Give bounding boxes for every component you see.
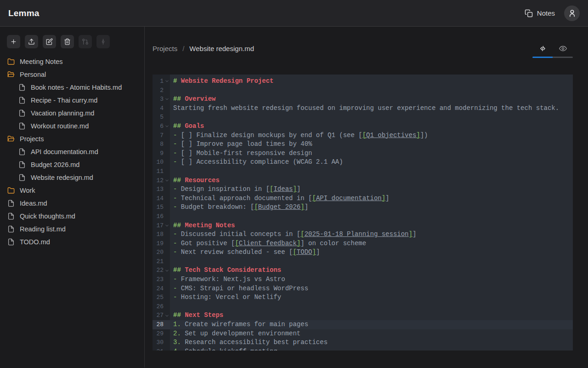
editor-line-16[interactable]: 16 bbox=[153, 212, 573, 221]
editor-line-19[interactable]: 19- Got positive [[Client feedback]] on … bbox=[153, 239, 573, 248]
line-number: 29 bbox=[153, 329, 170, 339]
tree-item-workout-routine-md[interactable]: Workout routine.md bbox=[0, 120, 144, 132]
markdown-editor[interactable]: 1# Website Redesign Project23## Overview… bbox=[153, 75, 573, 351]
editor-line-24[interactable]: 24- CMS: Strapi or headless WordPress bbox=[153, 284, 573, 293]
editor-line-17[interactable]: 17## Meeting Notes bbox=[153, 221, 573, 230]
editor-line-8[interactable]: 8- [ ] Improve page load times by 40% bbox=[153, 140, 573, 149]
tree-item-budget-2026-md[interactable]: Budget 2026.md bbox=[0, 158, 144, 171]
tree-item-label: Quick thoughts.md bbox=[20, 213, 75, 220]
fold-chevron-icon[interactable] bbox=[164, 77, 170, 86]
fold-spacer bbox=[164, 248, 170, 257]
editor-line-13[interactable]: 13- Design inspiration in [[Ideas]] bbox=[153, 185, 573, 194]
fold-spacer bbox=[164, 284, 170, 293]
delete-button[interactable] bbox=[61, 35, 74, 48]
fold-spacer bbox=[164, 302, 170, 311]
editor-line-9[interactable]: 9- [ ] Mobile-first responsive design bbox=[153, 149, 573, 158]
tree-item-label: TODO.md bbox=[20, 238, 50, 246]
editor-line-4[interactable]: 4Starting fresh website redesign focused… bbox=[153, 104, 573, 113]
editor-line-5[interactable]: 5 bbox=[153, 113, 573, 122]
plus-icon bbox=[10, 38, 17, 45]
tree-item-label: Meeting Notes bbox=[20, 58, 63, 65]
editor-line-20[interactable]: 20- Next review scheduled - see [[TODO]] bbox=[153, 248, 573, 257]
fold-chevron-icon[interactable] bbox=[164, 122, 170, 131]
tree-item-website-redesign-md[interactable]: Website redesign.md bbox=[0, 171, 144, 184]
avatar[interactable] bbox=[564, 6, 580, 21]
line-number: 4 bbox=[153, 104, 170, 113]
fold-spacer bbox=[164, 104, 170, 113]
tree-item-label: API documentation.md bbox=[31, 148, 98, 155]
tree-item-label: Website redesign.md bbox=[31, 174, 93, 181]
line-number: 6 bbox=[153, 122, 170, 131]
editor-line-28[interactable]: 281. Create wireframes for main pages bbox=[153, 320, 573, 329]
tree-item-vacation-planning-md[interactable]: Vacation planning.md bbox=[0, 107, 144, 120]
view-tab-icons bbox=[532, 44, 573, 57]
tree-item-reading-list-md[interactable]: Reading list.md bbox=[0, 223, 144, 236]
tree-item-label: Reading list.md bbox=[20, 225, 66, 233]
git-commit-button[interactable] bbox=[96, 35, 110, 48]
view-tabs bbox=[532, 44, 573, 58]
tree-item-projects[interactable]: Projects bbox=[0, 132, 144, 145]
edit-button[interactable] bbox=[43, 35, 56, 48]
tree-item-recipe-thai-curry-md[interactable]: Recipe - Thai curry.md bbox=[0, 94, 144, 107]
editor-line-15[interactable]: 15- Budget breakdown: [[Budget 2026]] bbox=[153, 203, 573, 212]
editor-line-2[interactable]: 2 bbox=[153, 86, 573, 95]
line-number: 10 bbox=[153, 158, 170, 167]
fold-spacer bbox=[164, 347, 170, 351]
editor-line-12[interactable]: 12## Resources bbox=[153, 176, 573, 185]
fold-chevron-icon[interactable] bbox=[164, 221, 170, 230]
line-number: 7 bbox=[153, 131, 170, 140]
editor-line-7[interactable]: 7- [ ] Finalize design mockups by end of… bbox=[153, 131, 573, 140]
sidebar: Meeting NotesPersonalBook notes - Atomic… bbox=[0, 27, 145, 368]
editor-line-27[interactable]: 27## Next Steps bbox=[153, 311, 573, 320]
tab-preview[interactable] bbox=[553, 44, 573, 57]
tree-item-ideas-md[interactable]: Ideas.md bbox=[0, 197, 144, 210]
tree-item-todo-md[interactable]: TODO.md bbox=[0, 236, 144, 248]
editor-line-10[interactable]: 10- [ ] Accessibility compliance (WCAG 2… bbox=[153, 158, 573, 167]
tree-item-book-notes-atomic-habits-md[interactable]: Book notes - Atomic Habits.md bbox=[0, 81, 144, 94]
fold-spacer bbox=[164, 194, 170, 203]
editor-line-26[interactable]: 26 bbox=[153, 302, 573, 311]
editor-line-23[interactable]: 23- Framework: Next.js vs Astro bbox=[153, 275, 573, 284]
tree-item-api-documentation-md[interactable]: API documentation.md bbox=[0, 145, 144, 158]
tree-item-quick-thoughts-md[interactable]: Quick thoughts.md bbox=[0, 210, 144, 223]
editor-line-29[interactable]: 292. Set up development environment bbox=[153, 329, 573, 339]
editor-line-1[interactable]: 1# Website Redesign Project bbox=[153, 77, 573, 86]
tree-item-personal[interactable]: Personal bbox=[0, 68, 144, 81]
line-number: 24 bbox=[153, 284, 170, 293]
upload-button[interactable] bbox=[25, 35, 38, 48]
fold-chevron-icon[interactable] bbox=[164, 176, 170, 185]
tree-item-label: Book notes - Atomic Habits.md bbox=[31, 84, 122, 91]
tree-item-work[interactable]: Work bbox=[0, 184, 144, 197]
file-icon bbox=[7, 213, 15, 220]
tree-item-meeting-notes[interactable]: Meeting Notes bbox=[0, 55, 144, 68]
line-number: 14 bbox=[153, 194, 170, 203]
editor-line-31[interactable]: 314. Schedule kickoff meeting bbox=[153, 347, 573, 351]
edit-icon bbox=[46, 38, 53, 45]
line-number: 27 bbox=[153, 311, 170, 320]
new-note-button[interactable] bbox=[7, 35, 20, 48]
editor-line-22[interactable]: 22## Tech Stack Considerations bbox=[153, 266, 573, 275]
user-icon bbox=[568, 9, 577, 17]
editor-line-18[interactable]: 18- Discussed initial concepts in [[2025… bbox=[153, 230, 573, 239]
editor-line-21[interactable]: 21 bbox=[153, 257, 573, 266]
fold-chevron-icon[interactable] bbox=[164, 95, 170, 104]
tree-item-label: Work bbox=[20, 187, 35, 194]
main-panel: Projects / Website redesign.md 1# Websit… bbox=[145, 27, 588, 368]
editor-line-11[interactable]: 11 bbox=[153, 167, 573, 176]
line-number: 23 bbox=[153, 275, 170, 284]
editor-line-3[interactable]: 3## Overview bbox=[153, 95, 573, 104]
tab-code-view[interactable] bbox=[532, 44, 553, 57]
editor-line-6[interactable]: 6## Goals bbox=[153, 122, 573, 131]
fold-spacer bbox=[164, 149, 170, 158]
tree-item-label: Projects bbox=[20, 135, 44, 143]
fold-chevron-icon[interactable] bbox=[164, 311, 170, 320]
file-icon bbox=[18, 122, 26, 130]
editor-line-30[interactable]: 303. Research accessibility best practic… bbox=[153, 338, 573, 347]
editor-line-25[interactable]: 25- Hosting: Vercel or Netlify bbox=[153, 293, 573, 302]
fold-chevron-icon[interactable] bbox=[164, 266, 170, 275]
editor-line-14[interactable]: 14- Technical approach documented in [[A… bbox=[153, 194, 573, 203]
breadcrumb-folder[interactable]: Projects bbox=[153, 45, 177, 52]
line-number: 15 bbox=[153, 203, 170, 212]
notes-button[interactable]: Notes bbox=[525, 9, 555, 17]
git-pull-request-button[interactable] bbox=[79, 35, 92, 48]
